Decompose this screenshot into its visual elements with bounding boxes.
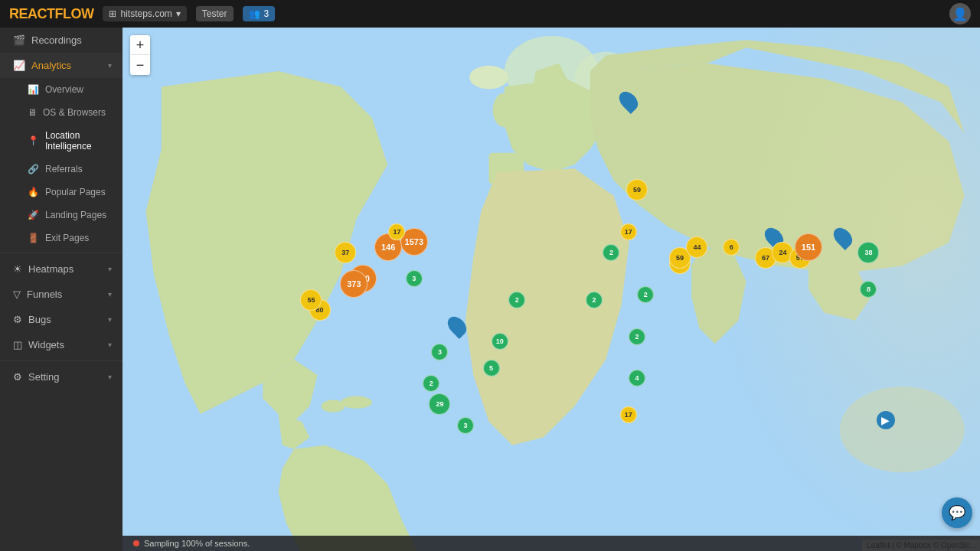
status-bar: Sampling 100% of sessions.	[122, 536, 980, 551]
marker-arrow[interactable]: ▶	[877, 411, 895, 429]
svg-point-9	[469, 66, 508, 90]
map-area[interactable]: + − 157314617450373378055233293510217485…	[122, 28, 980, 551]
svg-point-5	[493, 93, 517, 127]
setting-label: Setting	[28, 371, 102, 383]
users-badge[interactable]: 👥 3	[243, 6, 276, 21]
marker-bubble[interactable]: 59	[626, 179, 648, 201]
marker-bubble[interactable]: 3	[406, 270, 423, 287]
referrals-icon: 🔗	[28, 164, 39, 174]
location-label: Location Intelligence	[45, 130, 112, 152]
marker-bubble[interactable]: 6	[723, 239, 740, 256]
analytics-chevron: ▾	[108, 61, 112, 70]
sidebar-item-landing-pages[interactable]: 🚀 Landing Pages	[0, 204, 122, 227]
site-selector[interactable]: ⊞ hitsteps.com ▾	[103, 6, 186, 21]
sidebar-item-overview[interactable]: 📊 Overview	[0, 78, 122, 101]
marker-bubble[interactable]: 10	[492, 333, 508, 350]
sidebar-item-exit-pages[interactable]: 🚪 Exit Pages	[0, 227, 122, 249]
heatmaps-chevron: ▾	[108, 265, 112, 273]
setting-chevron: ▾	[108, 373, 112, 381]
os-label: OS & Browsers	[43, 107, 106, 118]
setting-icon: ⚙	[13, 371, 22, 383]
logo-react: REACT	[9, 6, 55, 21]
marker-bubble[interactable]: 17	[620, 223, 637, 240]
status-dot	[133, 540, 139, 546]
chat-button[interactable]: 💬	[942, 497, 972, 528]
svg-point-8	[840, 386, 965, 472]
analytics-icon: 📈	[13, 60, 25, 71]
bugs-chevron: ▾	[108, 315, 112, 324]
overview-icon: 📊	[28, 84, 39, 95]
marker-bubble[interactable]: 2	[508, 292, 525, 308]
avatar[interactable]: 👤	[949, 3, 971, 24]
sidebar-item-funnels[interactable]: ▽ Funnels ▾	[0, 282, 122, 307]
widgets-chevron: ▾	[108, 341, 112, 349]
svg-point-7	[888, 153, 916, 207]
marker-bubble[interactable]: 17	[620, 406, 637, 423]
marker-bubble[interactable]: 151	[795, 233, 822, 261]
exit-pages-label: Exit Pages	[45, 233, 89, 243]
marker-bubble[interactable]: 55	[300, 289, 322, 311]
marker-bubble[interactable]: 5	[483, 360, 500, 377]
location-icon: 📍	[28, 135, 39, 146]
funnels-icon: ▽	[13, 289, 21, 300]
sidebar-item-analytics[interactable]: 📈 Analytics ▾	[0, 53, 122, 78]
sidebar-item-heatmaps[interactable]: ☀ Heatmaps ▾	[0, 256, 122, 282]
funnels-chevron: ▾	[108, 290, 112, 298]
referrals-label: Referrals	[45, 164, 83, 174]
marker-bubble[interactable]: 373	[340, 270, 368, 298]
topbar-right: 👤	[949, 3, 971, 24]
widgets-icon: ◫	[13, 339, 22, 350]
sidebar-item-widgets[interactable]: ◫ Widgets ▾	[0, 332, 122, 357]
landing-pages-icon: 🚀	[28, 210, 39, 220]
sidebar-item-location[interactable]: 📍 Location Intelligence	[0, 124, 122, 158]
logo-flow: FLOW	[55, 6, 94, 21]
widgets-label: Widgets	[28, 339, 102, 350]
overview-label: Overview	[45, 84, 83, 95]
status-text: Sampling 100% of sessions.	[144, 539, 250, 548]
sidebar-item-os-browsers[interactable]: 🖥 OS & Browsers	[0, 101, 122, 124]
logo: REACTFLOW	[9, 6, 93, 22]
marker-bubble[interactable]: 8	[860, 281, 877, 298]
popular-pages-icon: 🔥	[28, 187, 39, 197]
landing-pages-label: Landing Pages	[45, 210, 106, 220]
map-zoom-controls[interactable]: + −	[130, 35, 150, 75]
marker-bubble[interactable]: 37	[335, 242, 356, 263]
world-map	[122, 28, 980, 551]
marker-bubble[interactable]: 29	[429, 393, 450, 415]
site-name: hitsteps.com	[120, 8, 172, 19]
marker-bubble[interactable]: 4	[629, 370, 645, 386]
bugs-label: Bugs	[28, 314, 102, 325]
marker-bubble[interactable]: 38	[858, 242, 879, 263]
sidebar-item-label: Recordings	[31, 34, 112, 46]
recordings-icon: 🎬	[13, 34, 25, 46]
sidebar-item-bugs[interactable]: ⚙ Bugs ▾	[0, 307, 122, 332]
zoom-out-button[interactable]: −	[130, 55, 150, 75]
marker-bubble[interactable]: 44	[686, 236, 707, 258]
exit-pages-icon: 🚪	[28, 233, 39, 243]
popular-pages-label: Popular Pages	[45, 187, 106, 197]
marker-bubble[interactable]: 17	[388, 223, 405, 240]
sidebar-divider-2	[0, 360, 122, 361]
marker-bubble[interactable]: 3	[457, 417, 474, 434]
site-icon: ⊞	[109, 8, 116, 19]
main-layout: 🎬 Recordings 📈 Analytics ▾ 📊 Overview 🖥 …	[0, 28, 980, 551]
zoom-in-button[interactable]: +	[130, 35, 150, 55]
marker-bubble[interactable]: 2	[423, 375, 439, 392]
marker-bubble[interactable]: 2	[637, 286, 654, 303]
sidebar-item-recordings[interactable]: 🎬 Recordings	[0, 28, 122, 53]
marker-bubble[interactable]: 2	[603, 244, 619, 261]
marker-bubble[interactable]: 2	[586, 292, 603, 308]
heatmaps-icon: ☀	[13, 263, 22, 275]
topbar: REACTFLOW ⊞ hitsteps.com ▾ Tester 👥 3 👤	[0, 0, 980, 28]
sidebar-item-popular-pages[interactable]: 🔥 Popular Pages	[0, 181, 122, 204]
os-icon: 🖥	[28, 107, 37, 118]
sidebar-divider-1	[0, 253, 122, 253]
marker-bubble[interactable]: 3	[431, 344, 448, 360]
sidebar-item-setting[interactable]: ⚙ Setting ▾	[0, 364, 122, 390]
sidebar-item-referrals[interactable]: 🔗 Referrals	[0, 158, 122, 181]
marker-bubble[interactable]: 2	[629, 328, 645, 345]
bugs-icon: ⚙	[13, 314, 22, 325]
funnels-label: Funnels	[27, 289, 102, 300]
users-count: 3	[264, 8, 270, 19]
heatmaps-label: Heatmaps	[28, 263, 102, 275]
